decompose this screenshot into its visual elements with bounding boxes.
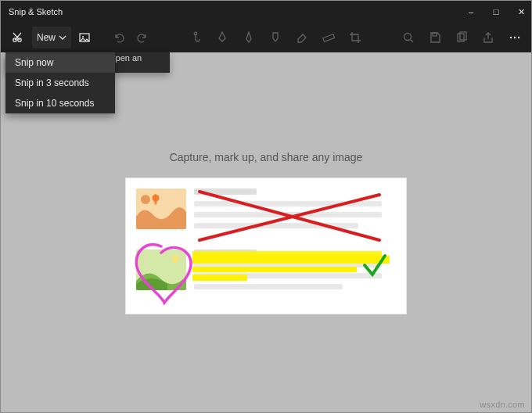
crop-button[interactable] [345, 27, 365, 48]
caption-text: Capture, mark up, and share any image [170, 151, 363, 163]
menu-snip-3s[interactable]: Snip in 3 seconds [5, 73, 115, 93]
snip-icon[interactable] [7, 27, 27, 48]
svg-line-7 [411, 40, 414, 43]
annotation-overlay [125, 178, 407, 314]
eraser-button[interactable] [292, 27, 312, 48]
copy-button[interactable] [451, 27, 472, 48]
minimize-button[interactable]: – [466, 7, 476, 17]
highlighter-button[interactable] [265, 27, 286, 48]
undo-button[interactable] [109, 27, 129, 48]
new-dropdown: Snip now Snip in 3 seconds Snip in 10 se… [5, 52, 115, 113]
ballpoint-pen-button[interactable] [212, 27, 232, 48]
zoom-button[interactable] [398, 27, 419, 48]
pencil-button[interactable] [239, 27, 259, 48]
svg-point-6 [404, 34, 412, 41]
svg-rect-8 [433, 33, 437, 36]
app-title: Snip & Sketch [9, 7, 63, 16]
toolbar: New [1, 23, 531, 52]
new-button-label: New [37, 32, 56, 43]
menu-snip-now[interactable]: Snip now [5, 52, 115, 73]
heart-stroke [136, 244, 191, 302]
svg-point-12 [514, 37, 516, 38]
more-button[interactable] [505, 27, 525, 48]
green-check-stroke [365, 256, 385, 275]
svg-point-11 [510, 37, 512, 38]
preview-illustration [125, 178, 407, 314]
window-controls: – □ ✕ [466, 7, 527, 17]
titlebar: Snip & Sketch – □ ✕ [1, 1, 531, 23]
chevron-down-icon [59, 34, 66, 41]
maximize-button[interactable]: □ [491, 7, 501, 17]
close-button[interactable]: ✕ [516, 7, 527, 17]
watermark: wsxdn.com [480, 400, 525, 409]
new-button[interactable]: New [32, 27, 71, 48]
touch-write-button[interactable] [185, 27, 206, 48]
redo-button[interactable] [132, 27, 153, 48]
save-button[interactable] [425, 27, 445, 48]
svg-point-13 [518, 37, 519, 38]
red-x-stroke [200, 192, 379, 240]
share-button[interactable] [478, 27, 498, 48]
ruler-button[interactable] [318, 27, 339, 48]
open-file-button[interactable] [74, 27, 95, 48]
svg-rect-5 [323, 34, 335, 41]
menu-snip-10s[interactable]: Snip in 10 seconds [5, 93, 115, 113]
svg-point-3 [82, 36, 84, 38]
